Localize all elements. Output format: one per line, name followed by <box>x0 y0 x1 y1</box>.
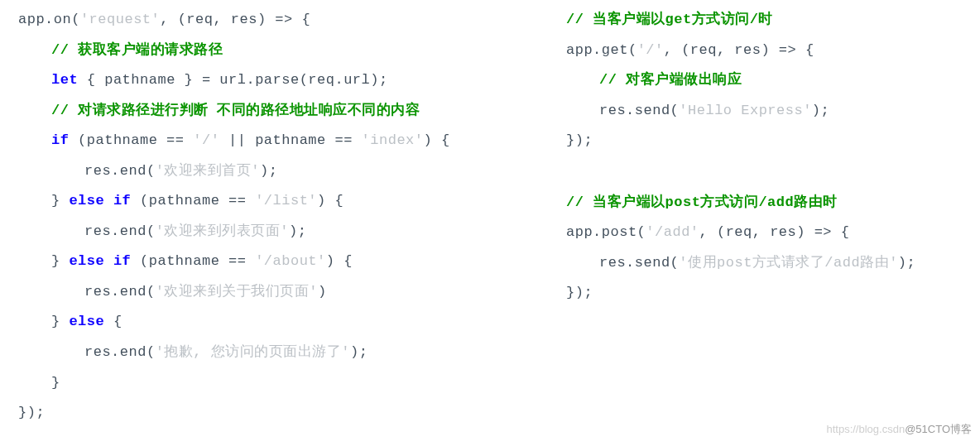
code-string: '欢迎来到列表页面' <box>156 223 289 239</box>
code-line: // 对请求路径进行判断 不同的路径地址响应不同的内容 <box>18 96 513 127</box>
code-text: res.send( <box>599 103 679 118</box>
code-line: }); <box>566 126 980 156</box>
code-line: app.get('/', (req, res) => { <box>566 36 980 66</box>
code-string: '/list' <box>255 193 317 209</box>
code-keyword: let <box>51 72 78 88</box>
code-text: { pathname } = url.parse(req.url); <box>78 72 388 88</box>
code-text: ); <box>350 344 368 360</box>
code-text: ) { <box>317 193 343 209</box>
code-line: if (pathname == '/' || pathname == 'inde… <box>18 126 513 156</box>
code-line: // 对客户端做出响应 <box>566 65 980 96</box>
code-comment: // 获取客户端的请求路径 <box>51 42 223 58</box>
code-string: '使用post方式请求了/add路由' <box>679 255 898 271</box>
code-line: res.end('抱歉, 您访问的页面出游了'); <box>18 338 513 368</box>
code-line: // 获取客户端的请求路径 <box>18 36 513 66</box>
code-text: app.post( <box>566 224 646 240</box>
right-code-block: // 当客户端以get方式访问/时 app.get('/', (req, res… <box>513 0 980 446</box>
code-keyword: else <box>69 314 104 329</box>
code-string: 'index' <box>362 132 424 148</box>
code-line: app.on('request', (req, res) => { <box>18 5 513 36</box>
code-text: , (req, res) => { <box>699 224 850 240</box>
code-text: (pathname == <box>131 193 255 209</box>
gap <box>566 156 980 188</box>
code-string: '欢迎来到首页' <box>156 163 260 179</box>
code-text: } <box>51 193 69 209</box>
code-text: , (req, res) => { <box>664 42 814 58</box>
code-string: '/add' <box>646 224 699 240</box>
code-line: let { pathname } = url.parse(req.url); <box>18 65 513 96</box>
code-string: '/' <box>637 42 664 58</box>
code-line: } <box>18 368 513 399</box>
code-comment: // 对客户端做出响应 <box>599 72 742 88</box>
code-text: { <box>104 314 122 329</box>
watermark-faded: https://blog.csdn <box>826 423 905 435</box>
watermark: https://blog.csdn@51CTO博客 <box>826 418 972 441</box>
code-string: '/' <box>193 132 219 148</box>
code-text: res.send( <box>599 255 679 271</box>
code-string: '抱歉, 您访问的页面出游了' <box>156 344 350 360</box>
left-code-block: app.on('request', (req, res) => { // 获取客… <box>0 0 513 446</box>
code-keyword: else if <box>69 253 131 269</box>
code-line: // 当客户端以get方式访问/时 <box>566 5 980 36</box>
code-keyword: if <box>51 132 69 148</box>
code-line: }); <box>566 278 980 309</box>
code-string: '欢迎来到关于我们页面' <box>156 284 318 300</box>
code-comment: // 当客户端以get方式访问/时 <box>566 12 773 27</box>
code-text: }); <box>18 405 45 420</box>
code-text: ); <box>898 255 915 271</box>
code-line: res.end('欢迎来到关于我们页面') <box>18 277 513 308</box>
code-text: res.end( <box>84 344 156 360</box>
code-text: app.on( <box>18 12 80 27</box>
code-text: || pathname == <box>219 132 361 148</box>
code-text: ) <box>318 284 327 300</box>
code-line: // 当客户端以post方式访问/add路由时 <box>566 188 980 218</box>
code-text: } <box>51 314 69 329</box>
code-line: res.send('Hello Express'); <box>566 96 980 127</box>
code-text: ); <box>812 103 829 118</box>
code-text: res.end( <box>84 163 156 179</box>
code-string: 'request' <box>80 12 160 27</box>
code-text: ) { <box>326 253 353 269</box>
code-text: } <box>51 375 60 391</box>
code-text: ); <box>260 163 277 179</box>
code-line: } else if (pathname == '/list') { <box>18 186 513 217</box>
code-text: app.get( <box>566 42 637 58</box>
code-line: } else if (pathname == '/about') { <box>18 247 513 277</box>
code-text: res.end( <box>84 223 156 239</box>
code-keyword: else if <box>69 193 131 209</box>
code-text: ); <box>289 223 306 239</box>
code-line: res.end('欢迎来到列表页面'); <box>18 217 513 247</box>
code-line: app.post('/add', (req, res) => { <box>566 218 980 248</box>
watermark-source: @51CTO博客 <box>905 423 972 435</box>
code-string: '/about' <box>255 253 326 269</box>
code-comment: // 当客户端以post方式访问/add路由时 <box>566 194 838 210</box>
code-string: 'Hello Express' <box>679 103 812 118</box>
code-comment: // 对请求路径进行判断 不同的路径地址响应不同的内容 <box>51 103 420 118</box>
code-line: res.end('欢迎来到首页'); <box>18 156 513 187</box>
code-text: (pathname == <box>69 132 193 148</box>
code-line: res.send('使用post方式请求了/add路由'); <box>566 248 980 279</box>
code-text: }); <box>566 285 593 300</box>
code-line: }); <box>18 398 513 429</box>
code-text: res.end( <box>84 284 156 300</box>
code-text: } <box>51 253 69 269</box>
code-line: } else { <box>18 307 513 338</box>
code-text: }); <box>566 132 593 148</box>
code-text: , (req, res) => { <box>160 12 310 27</box>
code-text: ) { <box>424 132 450 148</box>
code-text: (pathname == <box>131 253 255 269</box>
